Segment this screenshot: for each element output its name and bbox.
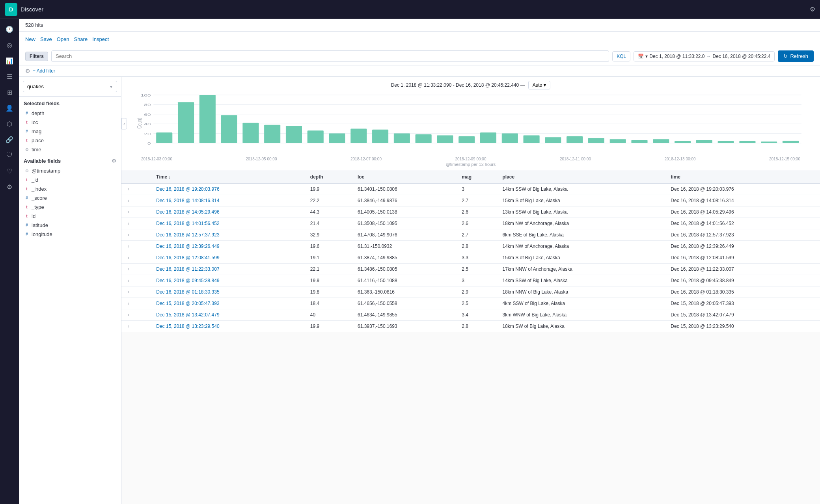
collapse-chart-button[interactable]: ‹ [121,118,127,130]
save-button[interactable]: Save [40,35,52,44]
row-depth: 19.6 [306,241,353,252]
add-filter-gear-icon[interactable]: ⚙ [25,68,30,74]
selected-field-item[interactable]: # mag [22,127,118,136]
hits-count: 528 hits [25,22,43,28]
field-type-icon: ⊙ [24,147,29,152]
share-button[interactable]: Share [74,35,88,44]
row-expand-button[interactable]: › [126,312,131,318]
row-expand-button[interactable]: › [126,198,131,203]
table-header: Time ↕depthlocmagplacetime [121,171,820,183]
table-container[interactable]: Time ↕depthlocmagplacetime › Dec 16, 201… [121,171,820,504]
row-expand-button[interactable]: › [126,301,131,306]
row-loc: 61.3846,-149.9876 [353,195,457,206]
row-expand-button[interactable]: › [126,221,131,226]
row-time: Dec 16, 2018 @ 11:22:33.007 [151,264,306,275]
table-col-header[interactable]: loc [353,171,457,183]
svg-rect-33 [610,139,626,143]
svg-text:80: 80 [144,103,151,107]
chart-interval-button[interactable]: Auto ▾ [528,81,551,89]
date-range-picker[interactable]: 📅 ▾ Dec 1, 2018 @ 11:33:22.0 → Dec 16, 2… [634,51,775,61]
svg-rect-16 [242,123,259,143]
row-expand-button[interactable]: › [126,209,131,215]
row-expand-button[interactable]: › [126,289,131,295]
row-expand-button[interactable]: › [126,278,131,283]
row-expand-button[interactable]: › [126,232,131,238]
sidebar-icon-settings[interactable]: ⚙ [2,180,17,194]
refresh-button[interactable]: ↻ Refresh [778,50,814,62]
open-button[interactable]: Open [57,35,69,44]
table-col-header[interactable]: Time ↕ [151,171,306,183]
row-mag: 2.7 [457,229,498,241]
table-col-header[interactable]: mag [457,171,498,183]
table-row: › Dec 15, 2018 @ 13:42:07.479 40 61.4634… [121,309,820,321]
sidebar-icon-shield[interactable]: 🛡 [2,148,17,162]
selected-field-item[interactable]: t loc [22,118,118,127]
available-fields-list: ⊙ @timestampt _idt _index# _scoret _type… [19,166,121,239]
table-col-header[interactable]: time [666,171,820,183]
available-field-item[interactable]: ⊙ @timestamp [22,166,118,175]
sidebar-icon-clock[interactable]: 🕐 [2,22,17,36]
row-mag: 3 [457,275,498,286]
new-button[interactable]: New [25,35,35,44]
sidebar-icon-grid[interactable]: ⊞ [2,85,17,99]
row-loc: 61.3401,-150.0806 [353,183,457,195]
selected-field-item[interactable]: # depth [22,109,118,118]
table-col-header[interactable]: place [498,171,666,183]
available-field-item[interactable]: t _type [22,203,118,212]
chart-interval-label: Auto [533,82,542,88]
row-expand-button[interactable]: › [126,266,131,272]
row-mag: 2.8 [457,241,498,252]
row-expand-button[interactable]: › [126,186,131,192]
svg-rect-32 [588,138,604,143]
svg-text:100: 100 [141,93,151,97]
available-field-item[interactable]: # longitude [22,230,118,239]
sidebar-icon-heart[interactable]: ♡ [2,164,17,178]
inspect-button[interactable]: Inspect [92,35,109,44]
available-field-item[interactable]: # latitude [22,221,118,230]
available-field-item[interactable]: t _index [22,184,118,193]
svg-rect-14 [199,95,216,143]
svg-rect-29 [524,135,540,143]
row-expand-cell: › [121,275,151,286]
table-row: › Dec 16, 2018 @ 12:57:37.923 32.9 61.47… [121,229,820,241]
search-input[interactable] [51,50,609,62]
sidebar-icon-circle[interactable]: ◎ [2,38,17,52]
sidebar-icon-folder[interactable]: 🔗 [2,132,17,147]
sidebar-icon-user[interactable]: 👤 [2,101,17,115]
row-loc: 61.4656,-150.0558 [353,298,457,309]
add-filter-button[interactable]: + Add filter [33,68,55,74]
row-depth: 19.8 [306,286,353,298]
layout: 🕐 ◎ 📊 ☰ ⊞ 👤 ⬡ 🔗 🛡 ♡ ⚙ 528 hits New Save … [0,19,820,504]
available-field-item[interactable]: t _id [22,175,118,184]
sidebar-icon-layers[interactable]: ☰ [2,69,17,84]
selected-field-item[interactable]: ⊙ time [22,145,118,154]
row-place: 18km NW of Anchorage, Alaska [498,218,666,229]
toolbar: New Save Open Share Inspect [19,32,820,47]
row-mag: 3 [457,183,498,195]
x-tick-label: 2018-12-03 00:00 [141,157,172,161]
row-expand-cell: › [121,206,151,218]
y-axis-label: Count [135,118,143,129]
row-expand-button[interactable]: › [126,324,131,329]
row-time: Dec 15, 2018 @ 13:23:29.540 [151,321,306,332]
row-mag: 2.7 [457,195,498,206]
row-time-field: Dec 16, 2018 @ 01:18:30.335 [666,286,820,298]
results-table: Time ↕depthlocmagplacetime › Dec 16, 201… [121,171,820,332]
row-expand-cell: › [121,252,151,264]
kql-button[interactable]: KQL [612,51,630,61]
table-row: › Dec 16, 2018 @ 19:20:03.976 19.9 61.34… [121,183,820,195]
table-col-header[interactable]: depth [306,171,353,183]
row-place: 15km S of Big Lake, Alaska [498,252,666,264]
sidebar-icon-chart[interactable]: 📊 [2,54,17,68]
settings-icon[interactable]: ⚙ [810,6,815,13]
available-field-item[interactable]: t id [22,212,118,221]
sidebar-icon-connect[interactable]: ⬡ [2,117,17,131]
x-tick-label: 2018-12-11 00:00 [560,157,591,161]
index-pattern-select[interactable]: quakes [23,81,117,92]
available-field-item[interactable]: # _score [22,193,118,203]
row-expand-button[interactable]: › [126,244,131,249]
selected-field-item[interactable]: t place [22,136,118,145]
available-fields-gear-icon[interactable]: ⚙ [112,158,116,164]
row-place: 3km WNW of Big Lake, Alaska [498,309,666,321]
row-expand-button[interactable]: › [126,255,131,260]
